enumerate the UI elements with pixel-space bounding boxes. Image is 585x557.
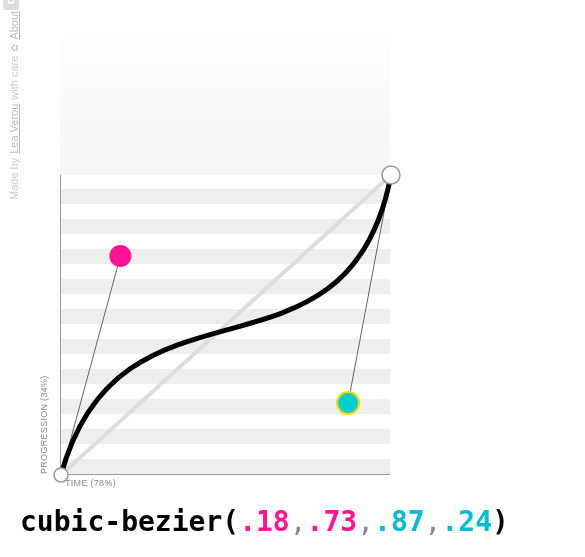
baseline-diagonal	[61, 175, 391, 475]
control-point-1[interactable]	[109, 245, 131, 267]
p2x-value[interactable]: .87	[374, 505, 425, 538]
credit-suffix: with care	[8, 56, 20, 100]
control-point-2[interactable]	[337, 392, 359, 414]
bezier-editor: PROGRESSION (34%) TIME (78%)	[60, 20, 390, 475]
comma: ,	[425, 505, 442, 538]
credit-line: Made by Lea Verou with care ✿ About	[8, 11, 20, 200]
donate-button[interactable]: DONATE	[3, 0, 19, 10]
credit-author-link[interactable]: Lea Verou	[8, 104, 20, 154]
credit-prefix: Made by	[8, 158, 20, 200]
bezier-code: cubic-bezier(.18,.73,.87,.24)	[20, 505, 509, 538]
p1x-value[interactable]: .18	[239, 505, 290, 538]
axis-x-label: TIME (78%)	[65, 478, 116, 488]
p1y-value[interactable]: .73	[307, 505, 358, 538]
paren-open: (	[222, 505, 239, 538]
paren-close: )	[492, 505, 509, 538]
comma: ,	[357, 505, 374, 538]
coordinate-plane[interactable]: PROGRESSION (34%) TIME (78%)	[60, 175, 390, 475]
axis-y-label: PROGRESSION (34%)	[39, 375, 49, 474]
fn-name: cubic-bezier	[20, 505, 222, 538]
about-link[interactable]: About	[8, 11, 20, 40]
endpoint-start	[54, 468, 68, 482]
curve-svg	[61, 20, 391, 475]
gear-icon: ✿	[9, 44, 20, 52]
endpoint-end	[382, 166, 400, 184]
comma: ,	[290, 505, 307, 538]
p2y-value[interactable]: .24	[441, 505, 492, 538]
